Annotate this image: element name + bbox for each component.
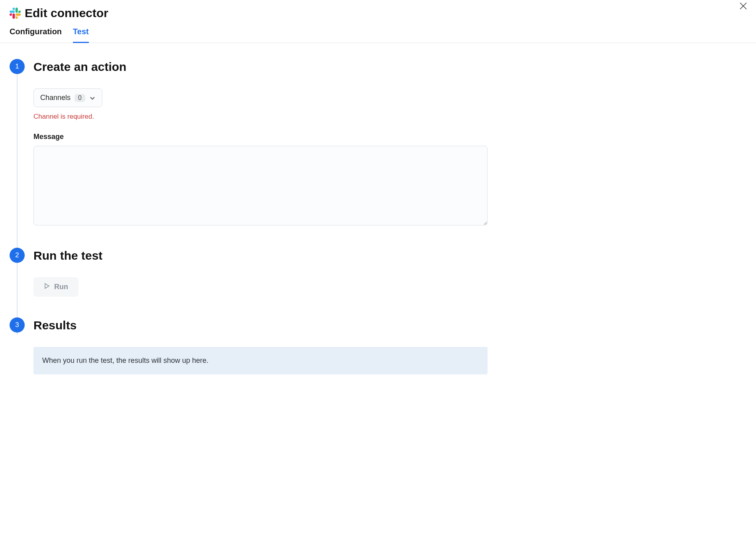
slack-icon bbox=[10, 8, 21, 19]
channels-dropdown[interactable]: Channels 0 bbox=[33, 88, 102, 107]
page-title: Edit connector bbox=[25, 6, 108, 20]
step-number-badge: 3 bbox=[10, 317, 25, 333]
message-label: Message bbox=[33, 133, 746, 141]
header: Edit connector bbox=[0, 0, 756, 20]
content: 1 Create an action Channels 0 Channel is… bbox=[0, 43, 756, 392]
chevron-down-icon bbox=[89, 95, 96, 101]
dropdown-label: Channels bbox=[40, 94, 71, 102]
step-run-test: 2 Run the test Run bbox=[10, 248, 746, 317]
step-number-badge: 2 bbox=[10, 248, 25, 263]
message-textarea[interactable] bbox=[33, 146, 488, 225]
dropdown-count: 0 bbox=[74, 94, 85, 102]
step-title: Results bbox=[33, 317, 746, 333]
tabs: Configuration Test bbox=[0, 20, 756, 43]
svg-marker-2 bbox=[45, 284, 49, 288]
run-button-label: Run bbox=[54, 283, 68, 291]
tab-configuration[interactable]: Configuration bbox=[10, 27, 62, 43]
results-placeholder: When you run the test, the results will … bbox=[33, 347, 488, 374]
channels-error: Channel is required. bbox=[33, 113, 746, 121]
play-icon bbox=[44, 283, 50, 291]
step-create-action: 1 Create an action Channels 0 Channel is… bbox=[10, 59, 746, 248]
close-icon bbox=[739, 2, 747, 11]
step-title: Run the test bbox=[33, 248, 746, 263]
run-button[interactable]: Run bbox=[33, 277, 78, 297]
step-results: 3 Results When you run the test, the res… bbox=[10, 317, 746, 382]
step-connector-line bbox=[17, 74, 18, 265]
step-title: Create an action bbox=[33, 59, 746, 74]
tab-test[interactable]: Test bbox=[73, 27, 89, 43]
step-number-badge: 1 bbox=[10, 59, 25, 74]
close-button[interactable] bbox=[738, 1, 749, 12]
